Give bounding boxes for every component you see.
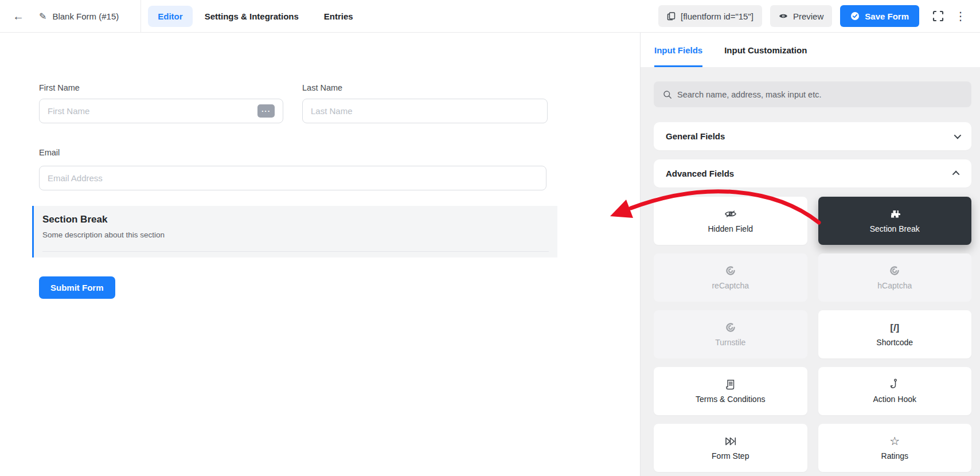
advanced-fields-grid: Hidden Field Section Break reCaptcha hCa… <box>654 197 971 472</box>
field-tile-form-step[interactable]: Form Step <box>654 424 807 472</box>
spinner-icon <box>725 322 736 333</box>
fullscreen-icon[interactable] <box>931 9 946 24</box>
tab-editor[interactable]: Editor <box>148 6 192 27</box>
sidebar-tabs: Input Fields Input Customization <box>641 33 980 67</box>
email-input[interactable] <box>39 166 546 190</box>
sidebar-body: General Fields Advanced Fields Hidden Fi… <box>641 67 980 472</box>
topbar-divider <box>140 0 141 32</box>
group-advanced-label: Advanced Fields <box>666 169 734 178</box>
field-tile-hcaptcha: hCaptcha <box>818 253 972 302</box>
tab-input-customization[interactable]: Input Customization <box>724 33 807 67</box>
hook-icon <box>891 379 899 390</box>
spinner-icon <box>889 265 900 276</box>
tile-label: Shortcode <box>876 338 913 347</box>
puzzle-icon <box>889 208 900 220</box>
tab-entries[interactable]: Entries <box>318 6 360 27</box>
field-tile-shortcode[interactable]: [/] Shortcode <box>818 310 972 358</box>
fields-sidebar: Input Fields Input Customization General… <box>640 33 980 476</box>
tile-label: Action Hook <box>873 395 916 404</box>
tile-label: Turnstile <box>715 338 745 347</box>
eye-off-icon <box>724 208 737 220</box>
tab-input-fields[interactable]: Input Fields <box>654 33 702 67</box>
more-options-kebab-icon[interactable]: ⋮ <box>954 8 967 24</box>
section-break-divider <box>42 251 549 252</box>
last-name-input[interactable] <box>302 99 548 123</box>
scroll-icon <box>725 379 736 390</box>
group-advanced-fields[interactable]: Advanced Fields <box>654 159 971 188</box>
shortcode-icon: [/] <box>890 322 899 333</box>
tile-label: Hidden Field <box>708 224 753 233</box>
submit-form-button[interactable]: Submit Form <box>39 276 115 299</box>
topbar: ← ✎ Blank Form (#15) Editor Settings & I… <box>0 0 980 33</box>
field-tile-section-break[interactable]: Section Break <box>818 197 972 245</box>
email-label: Email <box>39 148 60 157</box>
field-tile-ratings[interactable]: ☆ Ratings <box>818 424 972 472</box>
chevron-down-icon <box>954 132 962 139</box>
group-general-label: General Fields <box>666 131 725 141</box>
field-tile-terms-conditions[interactable]: Terms & Conditions <box>654 367 807 415</box>
spinner-icon <box>725 265 736 276</box>
first-name-input[interactable] <box>39 99 283 123</box>
step-forward-icon <box>725 435 736 447</box>
form-title: Blank Form (#15) <box>52 11 119 21</box>
field-tile-recaptcha: reCaptcha <box>654 253 807 302</box>
editor-tabs: Editor Settings & Integrations Entries <box>148 6 359 27</box>
last-name-label: Last Name <box>302 83 342 92</box>
preview-button[interactable]: Preview <box>770 5 832 27</box>
check-circle-icon <box>850 11 860 21</box>
field-tile-turnstile: Turnstile <box>654 310 807 358</box>
search-icon <box>663 90 672 99</box>
section-break-description: Some description about this section <box>42 231 548 239</box>
topbar-actions: [fluentform id="15"] Preview Save Form ⋮ <box>658 5 967 27</box>
field-tile-action-hook[interactable]: Action Hook <box>818 367 972 415</box>
tile-label: reCaptcha <box>712 281 749 290</box>
star-icon: ☆ <box>889 435 900 447</box>
group-general-fields[interactable]: General Fields <box>654 122 971 150</box>
copy-shortcode-icon <box>667 12 676 21</box>
edit-title-pencil-icon[interactable]: ✎ <box>39 11 46 22</box>
tile-label: Section Break <box>870 224 920 233</box>
input-mask-ellipsis-icon[interactable]: ··· <box>257 104 275 118</box>
field-tile-hidden-field[interactable]: Hidden Field <box>654 197 807 245</box>
tile-label: Terms & Conditions <box>696 395 765 404</box>
preview-eye-icon <box>779 13 788 19</box>
back-arrow-icon[interactable]: ← <box>13 10 24 22</box>
tile-label: hCaptcha <box>877 281 912 290</box>
section-break-title: Section Break <box>42 214 548 225</box>
first-name-label: First Name <box>39 83 80 92</box>
tile-label: Ratings <box>881 451 908 461</box>
form-editor-canvas: First Name ··· Last Name Email Section B… <box>0 33 640 476</box>
shortcode-button[interactable]: [fluentform id="15"] <box>658 5 762 27</box>
tile-label: Form Step <box>712 451 749 461</box>
chevron-up-icon <box>952 171 960 178</box>
save-form-button[interactable]: Save Form <box>840 5 919 27</box>
search-input[interactable] <box>677 90 962 99</box>
field-search <box>654 81 971 107</box>
tab-settings-integrations[interactable]: Settings & Integrations <box>198 6 305 27</box>
section-break-element[interactable]: Section Break Some description about thi… <box>32 206 557 257</box>
